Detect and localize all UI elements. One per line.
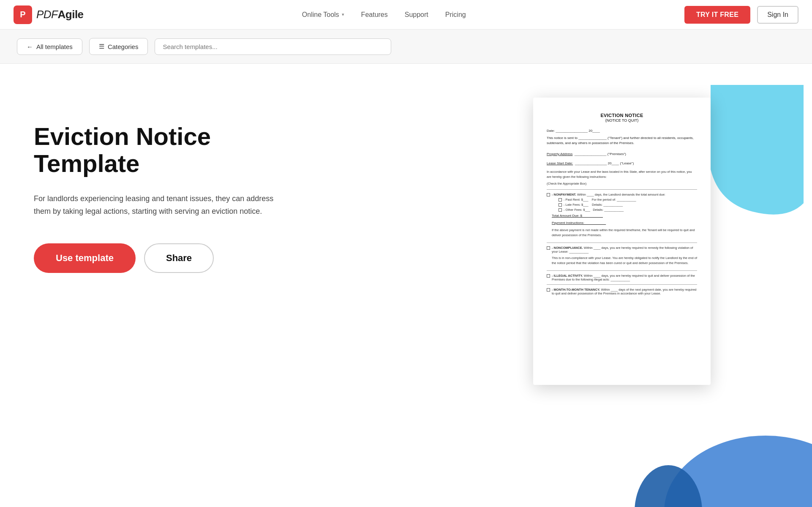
categories-button[interactable]: ☰ Categories — [89, 38, 148, 55]
doc-checkbox-nonpayment — [547, 193, 550, 196]
doc-checkbox-illegal — [547, 274, 550, 278]
doc-payment-instructions: Payment Instructions: ___________ — [552, 221, 697, 226]
nav-features[interactable]: Features — [361, 11, 388, 19]
doc-instructions-intro: In accordance with your Lease and the la… — [547, 169, 697, 179]
share-button[interactable]: Share — [144, 243, 214, 273]
main-nav: Online Tools ▾ Features Support Pricing — [302, 11, 466, 19]
arrow-left-icon: ← — [27, 43, 33, 50]
doc-checkbox-month — [547, 288, 550, 292]
template-description: For landlords experiencing leasing and t… — [34, 192, 279, 218]
doc-check-note: (Check the Appropriate Box) — [547, 181, 697, 186]
doc-past-rent: - Past Rent: $___ For the period of: ___… — [559, 198, 697, 202]
doc-title: EVICTION NOTICE — [547, 113, 697, 118]
nav-pricing[interactable]: Pricing — [445, 11, 466, 19]
doc-month-label: - MONTH-TO-MONTH TENANCY. — [552, 288, 600, 292]
sign-in-button[interactable]: Sign In — [757, 6, 798, 24]
left-panel: Eviction Notice Template For landlords e… — [34, 89, 330, 273]
action-buttons: Use template Share — [34, 243, 330, 273]
doc-checkbox-noncompliance — [547, 246, 550, 250]
doc-nonpayment-extra: If the above payment is not made within … — [552, 228, 697, 237]
doc-property-value: _________________ ("Premises") — [575, 152, 626, 156]
doc-nonpayment-text: Within ____ days, the Landlord demands t… — [577, 193, 665, 196]
doc-nonpayment-section: - NONPAYMENT. Within ____ days, the Land… — [547, 193, 697, 240]
document-preview: EVICTION NOTICE (NOTICE TO QUIT) Date: _… — [533, 98, 711, 385]
doc-lease-label: Lease Start Date: — [547, 161, 573, 165]
chevron-down-icon: ▾ — [342, 12, 344, 17]
logo-text: PDFAgile — [36, 8, 84, 21]
logo[interactable]: P PDFAgile — [14, 5, 84, 24]
doc-date-line: Date: _________________ 20____ — [547, 128, 697, 134]
doc-notice-sent: This notice is sent to _______________ (… — [547, 136, 697, 146]
doc-total-due: Total Amount Due: $___________ — [552, 213, 697, 218]
doc-illegal-label: - ILLEGAL ACTIVITY. — [552, 274, 583, 278]
use-template-button[interactable]: Use template — [34, 243, 136, 273]
header: P PDFAgile Online Tools ▾ Features Suppo… — [0, 0, 812, 30]
doc-month-to-month-section: - MONTH-TO-MONTH TENANCY. Within ____ da… — [547, 288, 697, 295]
all-templates-button[interactable]: ← All templates — [17, 38, 82, 55]
doc-lease-value: _________________ 20____ ("Lease") — [575, 161, 634, 165]
doc-nonpayment-label: - NONPAYMENT. — [552, 193, 576, 196]
try-free-button[interactable]: TRY IT FREE — [684, 6, 750, 24]
main-content: Eviction Notice Template For landlords e… — [0, 64, 812, 507]
doc-noncompliance-label: - NONCOMPLIANCE. — [552, 246, 583, 250]
doc-illegal-section: - ILLEGAL ACTIVITY. Within ____ days, yo… — [547, 274, 697, 281]
decorative-shape-bottom-left — [635, 436, 702, 507]
doc-property-label: Property Address — [547, 152, 572, 156]
right-panel: EVICTION NOTICE (NOTICE TO QUIT) Date: _… — [491, 64, 812, 507]
logo-icon: P — [14, 5, 32, 24]
categories-icon: ☰ — [99, 43, 104, 50]
doc-other-fees: - Other Fees: $___ Details: ___________ — [559, 208, 697, 212]
template-title: Eviction Notice Template — [34, 123, 330, 177]
svg-point-1 — [635, 465, 702, 507]
header-actions: TRY IT FREE Sign In — [684, 6, 798, 24]
doc-late-fees: - Late Fees: $___ Details: ___________ — [559, 203, 697, 207]
nav-support[interactable]: Support — [405, 11, 428, 19]
search-input[interactable] — [155, 38, 391, 55]
doc-subtitle: (NOTICE TO QUIT) — [547, 118, 697, 123]
doc-noncompliance-section: - NONCOMPLIANCE. Within ____ days, you a… — [547, 246, 697, 267]
doc-noncompliance-extra: This is in non-compliance with your Leas… — [552, 256, 697, 265]
nav-online-tools[interactable]: Online Tools ▾ — [302, 11, 344, 19]
toolbar: ← All templates ☰ Categories — [0, 30, 812, 64]
